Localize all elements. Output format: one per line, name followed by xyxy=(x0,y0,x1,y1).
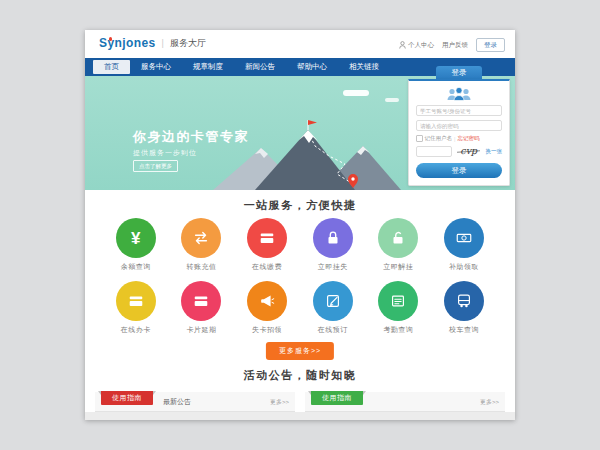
portal-title: 服务大厅 xyxy=(170,37,206,50)
forgot-password-link[interactable]: 忘记密码 xyxy=(457,135,479,142)
login-options-row: 记住用户名 | 忘记密码 xyxy=(416,135,502,142)
service-item-transfer[interactable]: 转账充值 xyxy=(169,218,235,272)
login-panel: 登录 记住用户名 | 忘记密码 cvp xyxy=(408,66,510,186)
service-item-new-card[interactable]: 在线办卡 xyxy=(103,281,169,335)
hero-title: 你身边的卡管专家 xyxy=(133,128,249,146)
services-title: 一站服务，方便快捷 xyxy=(85,190,515,213)
nav-item-rules[interactable]: 规章制度 xyxy=(182,58,234,76)
nav-item-news[interactable]: 新闻公告 xyxy=(234,58,286,76)
service-item-unfreeze[interactable]: 立即解挂 xyxy=(366,218,432,272)
personal-center-link[interactable]: 个人中心 xyxy=(399,41,434,50)
login-form: 记住用户名 | 忘记密码 cvp 换一张 登录 xyxy=(408,79,510,186)
announcement-panels: 使用指南 最新公告 更多>> 使用指南 更多>> xyxy=(95,392,505,412)
service-item-online-booking[interactable]: 在线预订 xyxy=(300,281,366,335)
service-item-attendance[interactable]: 考勤查询 xyxy=(366,281,432,335)
ribbon-tab-guide-right[interactable]: 使用指南 xyxy=(311,391,363,405)
username-input[interactable] xyxy=(416,105,502,116)
captcha-row: cvp 换一张 xyxy=(416,145,502,157)
login-tab[interactable]: 登录 xyxy=(436,66,482,79)
service-item-subsidy[interactable]: 补助领取 xyxy=(431,218,497,272)
card-icon xyxy=(181,281,221,321)
announcement-panel-left: 使用指南 最新公告 更多>> xyxy=(95,392,295,412)
announcements-title: 活动公告，随时知晓 xyxy=(85,360,515,383)
user-icon xyxy=(399,41,406,49)
service-item-balance[interactable]: ¥ 余额查询 xyxy=(103,218,169,272)
more-link-right[interactable]: 更多>> xyxy=(480,392,499,412)
card-icon xyxy=(116,281,156,321)
login-submit-button[interactable]: 登录 xyxy=(416,163,502,178)
bus-icon xyxy=(444,281,484,321)
portal-page: Synjones | 服务大厅 个人中心 用户反馈 登录 首页 服务中心 xyxy=(85,30,515,420)
synjones-logo: Synjones xyxy=(99,36,156,50)
list-icon xyxy=(378,281,418,321)
service-item-school-bus[interactable]: 校车查询 xyxy=(431,281,497,335)
ribbon-tab-guide-left[interactable]: 使用指南 xyxy=(101,391,153,405)
banknote-icon xyxy=(444,218,484,258)
nav-item-home[interactable]: 首页 xyxy=(93,60,130,74)
remember-label: 记住用户名 xyxy=(425,135,453,142)
services-section: 一站服务，方便快捷 ¥ 余额查询 转账充值 在线缴费 xyxy=(85,190,515,360)
nav-item-links[interactable]: 相关链接 xyxy=(338,58,390,76)
logo-group[interactable]: Synjones | 服务大厅 xyxy=(99,36,206,50)
tab-latest-news[interactable]: 最新公告 xyxy=(163,392,191,412)
services-grid: ¥ 余额查询 转账充值 在线缴费 xyxy=(103,218,497,344)
header-login-button[interactable]: 登录 xyxy=(476,38,505,52)
nav-item-help[interactable]: 帮助中心 xyxy=(286,58,338,76)
page-bottom-band xyxy=(85,412,515,420)
logo-dot-icon xyxy=(109,37,113,41)
megaphone-icon xyxy=(247,281,287,321)
cloud-icon xyxy=(385,98,399,102)
refresh-captcha-link[interactable]: 换一张 xyxy=(486,148,503,155)
announcement-panel-right: 使用指南 更多>> xyxy=(305,392,505,412)
service-item-pay[interactable]: 在线缴费 xyxy=(234,218,300,272)
header-links: 个人中心 用户反馈 登录 xyxy=(399,38,505,52)
more-link-left[interactable]: 更多>> xyxy=(270,392,289,412)
service-item-lost-found[interactable]: 失卡招领 xyxy=(234,281,300,335)
users-icon xyxy=(445,86,473,101)
cloud-icon xyxy=(343,90,369,96)
edit-icon xyxy=(313,281,353,321)
service-item-report-loss[interactable]: 立即挂失 xyxy=(300,218,366,272)
remember-checkbox[interactable] xyxy=(416,135,423,142)
captcha-input[interactable] xyxy=(416,146,452,157)
hero-cta-button[interactable]: 点击了解更多 xyxy=(133,160,178,172)
user-feedback-link[interactable]: 用户反馈 xyxy=(442,41,468,50)
lock-icon xyxy=(313,218,353,258)
yuan-icon: ¥ xyxy=(116,218,156,258)
hero-subtitle: 提供服务一步到位 xyxy=(133,148,197,158)
desktop-background: Synjones | 服务大厅 个人中心 用户反馈 登录 首页 服务中心 xyxy=(0,0,600,450)
credit-card-icon xyxy=(247,218,287,258)
logo-divider: | xyxy=(162,38,164,48)
password-input[interactable] xyxy=(416,120,502,131)
unlock-icon xyxy=(378,218,418,258)
more-services-button[interactable]: 更多服务>> xyxy=(266,342,334,360)
nav-item-service-center[interactable]: 服务中心 xyxy=(130,58,182,76)
transfer-icon xyxy=(181,218,221,258)
captcha-image[interactable]: cvp xyxy=(455,145,483,157)
header: Synjones | 服务大厅 个人中心 用户反馈 登录 xyxy=(85,30,515,58)
announcements-section: 活动公告，随时知晓 使用指南 最新公告 更多>> 使用指南 更多>> xyxy=(85,360,515,420)
service-item-card-renewal[interactable]: 卡片延期 xyxy=(169,281,235,335)
